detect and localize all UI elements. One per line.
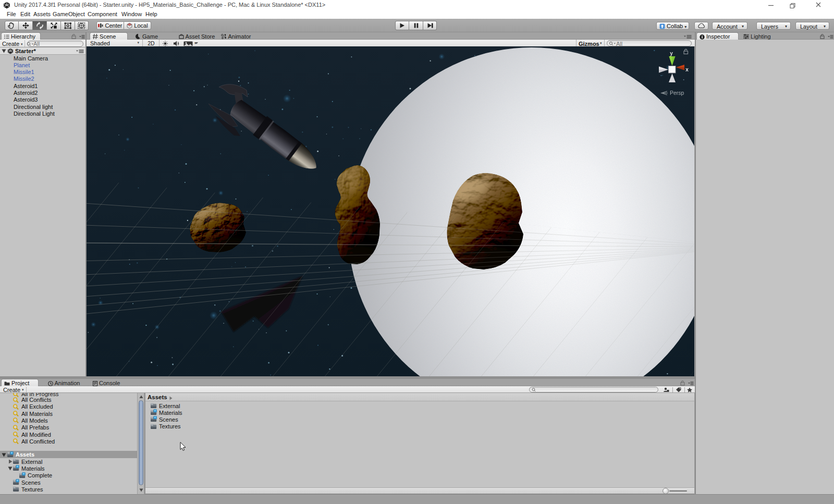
svg-text:x: x [685,67,689,72]
svg-text:Persp: Persp [670,90,684,96]
svg-text:y: y [670,51,673,56]
